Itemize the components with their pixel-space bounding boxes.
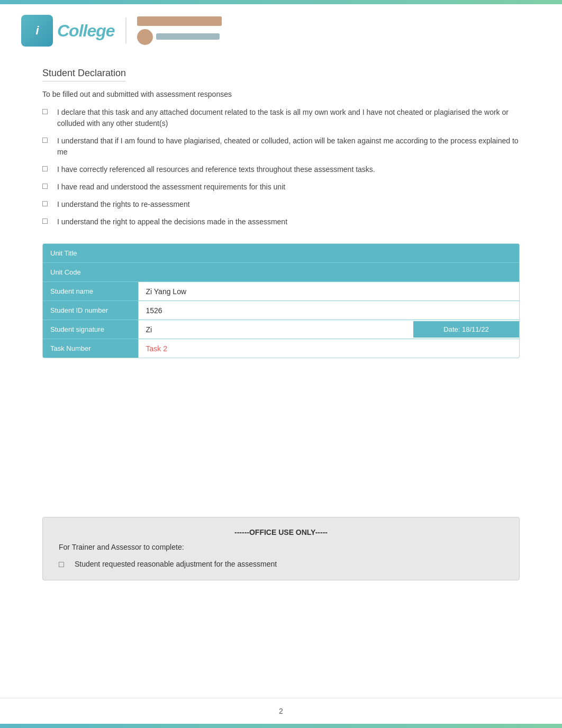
checkbox-item-6: □ I understand the right to appeal the d… <box>42 216 520 228</box>
logo-right <box>137 16 222 45</box>
value-task-number: Task 2 <box>138 339 519 358</box>
logo-right-line2 <box>156 33 220 40</box>
declaration-checkboxes: □ I declare that this task and any attac… <box>42 107 520 228</box>
checkbox-text-6: I understand the right to appeal the dec… <box>57 216 287 228</box>
logo-right-line1 <box>137 16 222 26</box>
checkbox-symbol-6[interactable]: □ <box>42 216 52 226</box>
logo-icon: i <box>21 15 53 47</box>
page-number: 2 <box>279 707 283 715</box>
logo-text-area: College <box>57 21 115 41</box>
office-checkbox-symbol[interactable]: □ <box>59 560 68 569</box>
top-bar-accent <box>0 0 562 4</box>
page-container: i College Student Declaration To be fill… <box>0 0 562 728</box>
table-row-student-signature: Student signature Zi Date: 18/11/22 <box>43 320 519 339</box>
signature-text: Zi <box>139 321 414 338</box>
logo-divider <box>125 17 126 44</box>
checkbox-item-5: □ I understand the rights to re-assessme… <box>42 199 520 210</box>
checkbox-text-4: I have read and understood the assessmen… <box>57 181 285 193</box>
table-row-student-id: Student ID number 1526 <box>43 301 519 320</box>
table-row-unit-title: Unit Title <box>43 244 519 263</box>
footer: 2 <box>0 698 562 724</box>
office-subtitle: For Trainer and Assessor to complete: <box>59 543 503 551</box>
form-table-container: Unit Title Unit Code Student name Zi Yan… <box>42 243 520 358</box>
checkbox-text-5: I understand the rights to re-assessment <box>57 199 190 210</box>
checkbox-symbol-1[interactable]: □ <box>42 107 52 116</box>
section-title: Student Declaration <box>42 68 126 81</box>
checkbox-text-2: I understand that if I am found to have … <box>57 135 520 158</box>
table-row-unit-code: Unit Code <box>43 263 519 282</box>
office-section: ------OFFICE USE ONLY----- For Trainer a… <box>42 517 520 580</box>
checkbox-symbol-5[interactable]: □ <box>42 199 52 208</box>
checkbox-text-3: I have correctly referenced all resource… <box>57 164 375 175</box>
signature-date-badge: Date: 18/11/22 <box>413 321 519 338</box>
table-row-student-name: Student name Zi Yang Low <box>43 282 519 301</box>
label-task-number: Task Number <box>43 339 138 358</box>
label-unit-title: Unit Title <box>43 244 138 263</box>
value-student-id: 1526 <box>138 301 519 320</box>
office-checkbox-text: Student requested reasonable adjustment … <box>75 560 277 568</box>
label-student-id: Student ID number <box>43 301 138 320</box>
form-table: Unit Title Unit Code Student name Zi Yan… <box>43 244 519 358</box>
office-title: ------OFFICE USE ONLY----- <box>59 528 503 536</box>
checkbox-item-4: □ I have read and understood the assessm… <box>42 181 520 193</box>
office-checkbox-item: □ Student requested reasonable adjustmen… <box>59 560 503 569</box>
task-number-value: Task 2 <box>146 344 167 353</box>
label-unit-code: Unit Code <box>43 263 138 282</box>
value-unit-title <box>138 244 519 263</box>
checkbox-symbol-3[interactable]: □ <box>42 164 52 174</box>
bottom-bar-accent <box>0 724 562 728</box>
checkbox-symbol-4[interactable]: □ <box>42 181 52 191</box>
value-unit-code <box>138 263 519 282</box>
logo-right-icon <box>137 29 153 45</box>
logo-area: i College <box>21 15 222 47</box>
label-student-signature: Student signature <box>43 320 138 339</box>
main-content: Student Declaration To be filled out and… <box>0 52 562 698</box>
declaration-intro: To be filled out and submitted with asse… <box>42 90 520 98</box>
table-row-task-number: Task Number Task 2 <box>43 339 519 358</box>
value-student-name: Zi Yang Low <box>138 282 519 301</box>
checkbox-text-1: I declare that this task and any attache… <box>57 107 520 129</box>
checkbox-symbol-2[interactable]: □ <box>42 135 52 145</box>
checkbox-item-3: □ I have correctly referenced all resour… <box>42 164 520 175</box>
checkbox-item-1: □ I declare that this task and any attac… <box>42 107 520 129</box>
value-student-signature: Zi Date: 18/11/22 <box>138 320 519 339</box>
label-student-name: Student name <box>43 282 138 301</box>
header: i College <box>0 4 562 52</box>
logo-name: College <box>57 21 115 41</box>
signature-row-value: Zi Date: 18/11/22 <box>139 321 520 338</box>
checkbox-item-2: □ I understand that if I am found to hav… <box>42 135 520 158</box>
